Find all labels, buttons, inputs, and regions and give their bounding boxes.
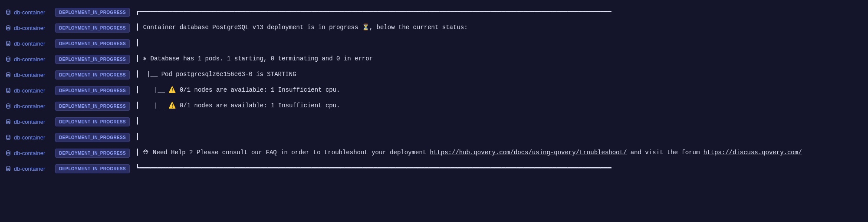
log-source-link[interactable]: db-container (5, 103, 51, 109)
log-source-link[interactable]: db-container (5, 56, 51, 63)
database-icon (5, 72, 11, 78)
help-link[interactable]: https://hub.qovery.com/docs/using-qovery… (430, 149, 627, 156)
log-text: and visit the forum (627, 149, 703, 156)
log-row: db-containerDEPLOYMENT_IN_PROGRESS┏━━━━━… (0, 4, 868, 20)
database-icon (5, 72, 11, 78)
database-icon (5, 87, 11, 93)
log-message: ┃ (134, 117, 139, 126)
log-text: ┃ |__ ⚠️ 0/1 nodes are available: 1 Insu… (136, 102, 340, 109)
log-source-link[interactable]: db-container (5, 134, 51, 141)
log-source-link[interactable]: db-container (5, 40, 51, 47)
log-source-link[interactable]: db-container (5, 87, 51, 94)
database-icon (5, 56, 11, 62)
database-icon (5, 9, 11, 15)
log-source-label: db-container (14, 9, 45, 16)
log-row: db-containerDEPLOYMENT_IN_PROGRESS┃ ⛑ Ne… (0, 145, 868, 161)
database-icon (5, 119, 11, 125)
log-row: db-containerDEPLOYMENT_IN_PROGRESS┃ Cont… (0, 20, 868, 36)
log-message: ┏━━━━━━━━━━━━━━━━━━━━━━━━━━━━━━━━━━━━━━━… (134, 8, 612, 17)
log-text: ┃ |__ Pod postgresqlz6e156e63-0 is START… (136, 71, 296, 78)
log-source-link[interactable]: db-container (5, 150, 51, 156)
log-text: ┃ ⛑ Need Help ? Please consult our FAQ i… (136, 149, 430, 156)
log-source-label: db-container (14, 119, 45, 125)
log-row: db-containerDEPLOYMENT_IN_PROGRESS┃ (0, 114, 868, 129)
log-message: ┃ ⎈ Database has 1 pods. 1 starting, 0 t… (134, 55, 373, 63)
database-icon (5, 150, 11, 156)
log-text: ┃ |__ ⚠️ 0/1 nodes are available: 1 Insu… (136, 86, 340, 93)
log-message: ┃ (134, 133, 139, 142)
status-badge: DEPLOYMENT_IN_PROGRESS (55, 133, 130, 142)
log-text: ┃ Container database PostgreSQL v13 depl… (136, 24, 468, 31)
log-source-link[interactable]: db-container (5, 9, 51, 16)
log-message: ┃ |__ ⚠️ 0/1 nodes are available: 1 Insu… (134, 86, 340, 95)
status-badge: DEPLOYMENT_IN_PROGRESS (55, 164, 130, 173)
log-text: ┃ (136, 40, 139, 46)
database-icon (5, 56, 11, 62)
database-icon (5, 103, 11, 109)
status-badge: DEPLOYMENT_IN_PROGRESS (55, 55, 130, 64)
status-badge: DEPLOYMENT_IN_PROGRESS (55, 70, 130, 80)
database-icon (5, 150, 11, 156)
log-source-label: db-container (14, 72, 45, 78)
log-row: db-containerDEPLOYMENT_IN_PROGRESS┃ ⎈ Da… (0, 51, 868, 67)
log-source-label: db-container (14, 25, 45, 31)
log-message: ┃ |__ ⚠️ 0/1 nodes are available: 1 Insu… (134, 102, 340, 110)
database-icon (5, 40, 11, 46)
log-source-link[interactable]: db-container (5, 119, 51, 125)
database-icon (5, 119, 11, 125)
database-icon (5, 134, 11, 140)
database-icon (5, 25, 11, 31)
log-source-label: db-container (14, 166, 45, 172)
status-badge: DEPLOYMENT_IN_PROGRESS (55, 8, 130, 17)
database-icon (5, 9, 11, 15)
log-source-link[interactable]: db-container (5, 72, 51, 78)
log-text: ┃ ⎈ Database has 1 pods. 1 starting, 0 t… (136, 55, 373, 62)
status-badge: DEPLOYMENT_IN_PROGRESS (55, 149, 130, 158)
database-icon (5, 166, 11, 172)
log-message: ┃ Container database PostgreSQL v13 depl… (134, 23, 468, 32)
log-text: ┗━━━━━━━━━━━━━━━━━━━━━━━━━━━━━━━━━━━━━━━… (136, 165, 612, 172)
log-text: ┃ (136, 118, 139, 125)
log-message: ┗━━━━━━━━━━━━━━━━━━━━━━━━━━━━━━━━━━━━━━━… (134, 164, 612, 173)
log-row: db-containerDEPLOYMENT_IN_PROGRESS┃ (0, 36, 868, 51)
log-row: db-containerDEPLOYMENT_IN_PROGRESS┃ |__ … (0, 67, 868, 83)
log-row: db-containerDEPLOYMENT_IN_PROGRESS┃ |__ … (0, 98, 868, 114)
log-source-link[interactable]: db-container (5, 166, 51, 172)
log-text: ┏━━━━━━━━━━━━━━━━━━━━━━━━━━━━━━━━━━━━━━━… (136, 8, 612, 15)
log-text: ┃ (136, 133, 139, 140)
log-viewer: db-containerDEPLOYMENT_IN_PROGRESS┏━━━━━… (0, 0, 868, 176)
help-link[interactable]: https://discuss.qovery.com/ (704, 149, 802, 156)
log-message: ┃ (134, 39, 139, 48)
log-source-link[interactable]: db-container (5, 25, 51, 31)
database-icon (5, 166, 11, 172)
database-icon (5, 40, 11, 46)
log-source-label: db-container (14, 150, 45, 156)
database-icon (5, 87, 11, 93)
log-source-label: db-container (14, 56, 45, 63)
status-badge: DEPLOYMENT_IN_PROGRESS (55, 117, 130, 126)
status-badge: DEPLOYMENT_IN_PROGRESS (55, 102, 130, 111)
log-source-label: db-container (14, 134, 45, 141)
log-row: db-containerDEPLOYMENT_IN_PROGRESS┃ (0, 129, 868, 145)
log-source-label: db-container (14, 40, 45, 47)
log-message: ┃ |__ Pod postgresqlz6e156e63-0 is START… (134, 70, 296, 79)
database-icon (5, 134, 11, 140)
log-source-label: db-container (14, 103, 45, 109)
log-message: ┃ ⛑ Need Help ? Please consult our FAQ i… (134, 149, 802, 157)
log-row: db-containerDEPLOYMENT_IN_PROGRESS┗━━━━━… (0, 161, 868, 176)
database-icon (5, 25, 11, 31)
database-icon (5, 103, 11, 109)
status-badge: DEPLOYMENT_IN_PROGRESS (55, 39, 130, 48)
status-badge: DEPLOYMENT_IN_PROGRESS (55, 86, 130, 95)
log-row: db-containerDEPLOYMENT_IN_PROGRESS┃ |__ … (0, 83, 868, 98)
status-badge: DEPLOYMENT_IN_PROGRESS (55, 23, 130, 33)
log-source-label: db-container (14, 87, 45, 94)
